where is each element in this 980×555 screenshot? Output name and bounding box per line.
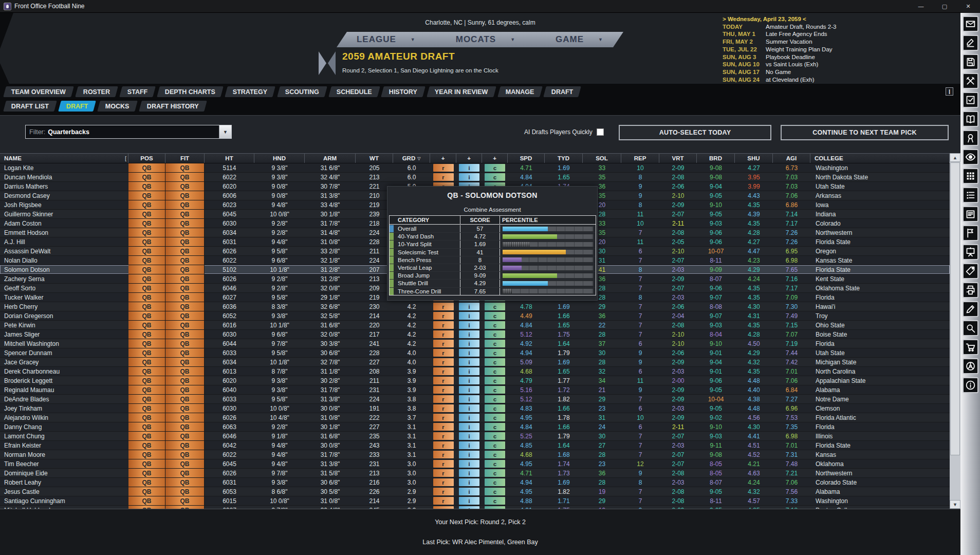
maximize-button[interactable]: ▢ bbox=[933, 0, 956, 12]
column-header-brd[interactable]: BRD bbox=[697, 154, 735, 163]
grid-icon[interactable] bbox=[963, 168, 978, 184]
signing-icon[interactable] bbox=[963, 35, 978, 51]
tab-draft[interactable]: DRAFT bbox=[543, 86, 581, 97]
player-row-alejandro-wilkin[interactable]: Alejandro WilkinQBQB602610 4/8"31 0/8"22… bbox=[0, 413, 950, 422]
ai-drafts-checkbox[interactable] bbox=[597, 128, 604, 136]
checklist-icon[interactable] bbox=[963, 92, 978, 108]
subtab-draft-list[interactable]: DRAFT LIST bbox=[3, 101, 57, 112]
tab-overflow-indicator[interactable]: ❙ bbox=[946, 87, 953, 96]
scroll-up-icon[interactable]: ▲ bbox=[950, 153, 960, 162]
tool-sidebar bbox=[960, 13, 980, 555]
newspaper-icon[interactable] bbox=[963, 206, 978, 222]
scroll-down-icon[interactable]: ▼ bbox=[950, 500, 960, 509]
tools-icon[interactable] bbox=[963, 73, 978, 89]
flag-icon[interactable] bbox=[963, 225, 978, 241]
player-row-santiago-cunningham[interactable]: Santiago CunninghamQBQB601510 0/8"31 0/8… bbox=[0, 496, 950, 506]
tab-schedule[interactable]: SCHEDULE bbox=[328, 86, 380, 97]
column-header-spd[interactable]: SPD bbox=[508, 154, 545, 163]
column-header-plus-9[interactable]: + bbox=[456, 154, 482, 163]
search-icon[interactable] bbox=[963, 320, 978, 336]
column-header-grd[interactable]: GRD▽ bbox=[393, 154, 430, 163]
tab-strategy[interactable]: STRATEGY bbox=[225, 86, 276, 97]
tab-history[interactable]: HISTORY bbox=[381, 86, 426, 97]
filter-dropdown[interactable]: Filter: Quarterbacks ▼ bbox=[25, 125, 232, 139]
tab-roster[interactable]: ROSTER bbox=[75, 86, 118, 97]
column-header-fit[interactable]: FIT bbox=[165, 154, 205, 163]
tab-scouting[interactable]: SCOUTING bbox=[277, 86, 327, 97]
player-row-logan-kite[interactable]: Logan KiteQBQB51149 3/8"31 6/8"2056.0ric… bbox=[0, 163, 950, 173]
player-row-efrain-keister[interactable]: Efrain KeisterQBQB60429 4/8"30 0/8"2433.… bbox=[0, 441, 950, 450]
column-header-shu[interactable]: SHU bbox=[735, 154, 773, 163]
player-row-herb-cherry[interactable]: Herb CherryQBQB60368 3/8"32 6/8"2304.2ri… bbox=[0, 302, 950, 311]
column-header-wt[interactable]: WT bbox=[356, 154, 393, 163]
wheel-icon[interactable] bbox=[963, 358, 978, 374]
rep-cell: 8 bbox=[621, 173, 659, 181]
cart-icon[interactable] bbox=[963, 339, 978, 355]
brd-cell: 9-06 bbox=[697, 228, 735, 237]
book-icon[interactable] bbox=[963, 111, 978, 127]
tab-manage[interactable]: MANAGE bbox=[497, 86, 542, 97]
player-row-joey-tinkham[interactable]: Joey TinkhamQBQB603010 0/8"30 0/8"1913.8… bbox=[0, 404, 950, 413]
player-row-tim-beecher[interactable]: Tim BeecherQBQB60459 4/8"31 3/8"2313.0ri… bbox=[0, 459, 950, 469]
mail-icon[interactable] bbox=[963, 16, 978, 32]
column-header-arm[interactable]: ARM bbox=[305, 154, 356, 163]
column-header-sol[interactable]: SOL bbox=[583, 154, 621, 163]
player-row-derek-charbonneau[interactable]: Derek CharbonneauQBQB60138 7/8"31 1/8"20… bbox=[0, 367, 950, 376]
medal-icon[interactable] bbox=[963, 130, 978, 146]
column-header-hnd[interactable]: HND bbox=[254, 154, 305, 163]
menu-league[interactable]: LEAGUE▼ bbox=[357, 34, 416, 45]
column-header-vrt[interactable]: VRT bbox=[659, 154, 697, 163]
app-window: Front Office Football Nine — ▢ ✕ Charlot… bbox=[0, 0, 980, 555]
save-icon[interactable] bbox=[963, 54, 978, 70]
column-header-college[interactable]: COLLEGE bbox=[810, 154, 950, 163]
player-row-jace-gracey[interactable]: Jace GraceyQBQB603410 1/8"32 7/8"2274.0r… bbox=[0, 358, 950, 367]
player-row-reginald-maumau[interactable]: Reginald MaumauQBQB60409 3/8"31 7/8"2313… bbox=[0, 385, 950, 395]
column-header-rep[interactable]: REP bbox=[621, 154, 659, 163]
column-header-tyd[interactable]: TYD bbox=[545, 154, 583, 163]
easel-icon[interactable] bbox=[963, 244, 978, 260]
eye-icon[interactable] bbox=[963, 149, 978, 165]
player-row-broderick-leggett[interactable]: Broderick LeggettQBQB60209 3/8"30 2/8"21… bbox=[0, 376, 950, 385]
dropdown-arrow-icon[interactable]: ▼ bbox=[219, 125, 231, 138]
player-row-james-sliger[interactable]: James SligerQBQB60309 6/8"32 0/8"2174.2r… bbox=[0, 330, 950, 339]
info-icon[interactable] bbox=[963, 377, 978, 393]
list-icon[interactable] bbox=[963, 187, 978, 203]
column-header-pos[interactable]: POS bbox=[128, 154, 165, 163]
tab-depth-charts[interactable]: DEPTH CHARTS bbox=[157, 86, 224, 97]
column-header-plus-8[interactable]: + bbox=[430, 154, 456, 163]
column-header-name[interactable]: NAME[ bbox=[0, 154, 128, 163]
player-row-mitchell-washington[interactable]: Mitchell WashingtonQBQB60449 7/8"30 3/8"… bbox=[0, 339, 950, 348]
tag-icon[interactable] bbox=[963, 263, 978, 279]
player-row-spencer-dunnam[interactable]: Spencer DunnamQBQB60339 5/8"30 6/8"2284.… bbox=[0, 348, 950, 358]
player-row-dorian-gregerson[interactable]: Dorian GregersonQBQB60529 3/8"32 5/8"214… bbox=[0, 311, 950, 321]
minimize-button[interactable]: — bbox=[909, 0, 933, 12]
subtab-draft-history[interactable]: DRAFT HISTORY bbox=[139, 101, 207, 112]
player-row-danny-chang[interactable]: Danny ChangQBQB60639 2/8"30 1/8"2273.1ri… bbox=[0, 422, 950, 432]
subtab-mocks[interactable]: MOCKS bbox=[97, 101, 137, 112]
menu-game[interactable]: GAME▼ bbox=[556, 34, 603, 45]
continue-next-pick-button[interactable]: CONTINUE TO NEXT TEAM PICK bbox=[781, 125, 949, 140]
player-row-norman-moore[interactable]: Norman MooreQBQB60229 4/8"31 7/8"2333.1r… bbox=[0, 450, 950, 459]
printer-icon[interactable] bbox=[963, 282, 978, 298]
player-row-jesus-castle[interactable]: Jesus CastleQBQB60538 6/8"30 5/8"2262.9r… bbox=[0, 487, 950, 496]
table-scrollbar[interactable]: ▲ ▼ bbox=[950, 153, 960, 509]
scrollbar-thumb[interactable] bbox=[950, 162, 960, 455]
arm-length-cell: 32 1/8" bbox=[305, 256, 356, 265]
player-row-robert-leahy[interactable]: Robert LeahyQBQB60319 3/8"30 6/8"2163.0r… bbox=[0, 478, 950, 487]
column-header-plus-10[interactable]: + bbox=[482, 154, 508, 163]
player-row-pete-kirwin[interactable]: Pete KirwinQBQB601610 1/8"31 6/8"2204.2r… bbox=[0, 321, 950, 330]
close-button[interactable]: ✕ bbox=[956, 0, 980, 12]
subtab-draft[interactable]: DRAFT bbox=[58, 101, 96, 112]
menu-mocats[interactable]: MOCATS▼ bbox=[456, 34, 515, 45]
player-row-lamont-chung[interactable]: Lamont ChungQBQB60469 1/8"31 6/8"2353.1r… bbox=[0, 432, 950, 441]
auto-select-button[interactable]: AUTO-SELECT TODAY bbox=[619, 125, 771, 140]
column-header-ht[interactable]: HT bbox=[205, 154, 254, 163]
pencil-icon[interactable] bbox=[963, 301, 978, 317]
player-row-duncan-mendiola[interactable]: Duncan MendiolaQBQB60229 3/8"32 4/8"2136… bbox=[0, 173, 950, 182]
player-row-dominique-eide[interactable]: Dominique EideQBQB60269 7/8"31 5/8"2133.… bbox=[0, 469, 950, 478]
column-header-agi[interactable]: AGI bbox=[773, 154, 810, 163]
tab-staff[interactable]: STAFF bbox=[119, 86, 156, 97]
tab-team-overview[interactable]: TEAM OVERVIEW bbox=[3, 86, 74, 97]
tab-year-in-review[interactable]: YEAR IN REVIEW bbox=[427, 86, 496, 97]
player-row-deandre-blades[interactable]: DeAndre BladesQBQB60339 5/8"31 3/8"2243.… bbox=[0, 395, 950, 404]
